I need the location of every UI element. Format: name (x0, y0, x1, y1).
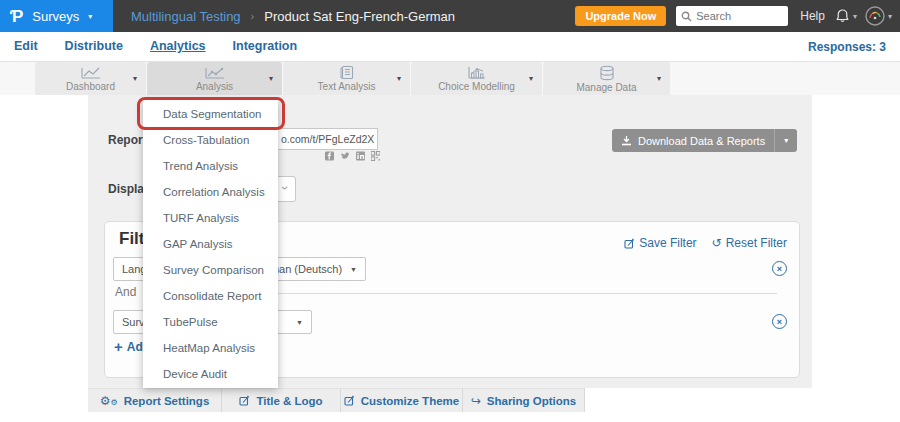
nav-item-edit[interactable]: Edit (14, 39, 38, 54)
toolbar-tab-label: Manage Data (576, 82, 636, 93)
report-url-input[interactable] (277, 128, 378, 150)
breadcrumb-survey-title: Product Sat Eng-French-German (264, 9, 455, 24)
tab-sharing-options[interactable]: ↪ Sharing Options (463, 388, 585, 412)
menu-item-turf-analysis[interactable]: TURF Analysis (143, 205, 278, 231)
toolbar-tab-dashboard[interactable]: Dashboard ▾ (35, 62, 147, 95)
reset-filter-button[interactable]: ↺ Reset Filter (712, 236, 787, 250)
bell-icon (835, 8, 850, 24)
nav-item-analytics[interactable]: Analytics (150, 39, 206, 54)
toolbar-tab-manage-data[interactable]: Manage Data ▾ (543, 62, 671, 95)
menu-item-heatmap-analysis[interactable]: HeatMap Analysis (143, 335, 278, 361)
breadcrumb-separator-icon: › (251, 10, 255, 22)
plus-icon: + (114, 339, 123, 354)
toolbar-tab-label: Text Analysis (318, 81, 376, 92)
survey-nav: Edit Distribute Analytics Integration Re… (0, 32, 900, 62)
toolbar-tab-label: Choice Modelling (438, 81, 515, 92)
avatar (865, 6, 885, 26)
chevron-down-icon[interactable]: ▾ (657, 74, 661, 83)
chevron-down-icon: ▾ (853, 12, 857, 21)
menu-item-data-segmentation[interactable]: Data Segmentation (143, 101, 278, 127)
tab-label: Sharing Options (487, 395, 576, 407)
tab-label: Report Settings (124, 395, 210, 407)
database-icon (598, 65, 616, 81)
save-filter-label: Save Filter (639, 236, 696, 250)
toolbar-tab-label: Analysis (196, 81, 233, 92)
twitter-icon[interactable] (340, 151, 350, 161)
nav-item-distribute[interactable]: Distribute (65, 39, 123, 54)
analysis-dropdown-menu: Data Segmentation Cross-Tabulation Trend… (143, 100, 278, 388)
report-url-label: Report (108, 133, 147, 147)
reset-icon: ↺ (712, 236, 722, 250)
app-window: Ƥ Surveys ▾ Multilingual Testing › Produ… (0, 0, 900, 422)
filter-conjunction: And (115, 285, 136, 299)
menu-item-trend-analysis[interactable]: Trend Analysis (143, 153, 278, 179)
nav-item-integration[interactable]: Integration (233, 39, 298, 54)
tab-customize-theme[interactable]: Customize Theme (341, 388, 463, 412)
line-chart-icon (79, 66, 103, 80)
chevron-down-icon[interactable]: ▾ (133, 74, 137, 83)
save-filter-button[interactable]: Save Filter (624, 236, 696, 250)
gears-icon: ⚙⚙ (100, 394, 118, 408)
tab-label: Title & Logo (256, 395, 322, 407)
linkedin-icon[interactable] (356, 151, 365, 161)
reset-filter-label: Reset Filter (726, 236, 787, 250)
tab-label: Customize Theme (361, 395, 459, 407)
upgrade-now-button[interactable]: Upgrade Now (575, 6, 666, 26)
chevron-down-icon[interactable]: ▾ (269, 74, 273, 83)
download-data-reports-button[interactable]: Download Data & Reports ▾ (612, 129, 797, 152)
toolbar-tab-analysis[interactable]: Analysis ▾ (147, 62, 283, 95)
facebook-icon[interactable] (325, 151, 334, 161)
breadcrumb: Multilingual Testing › Product Sat Eng-F… (131, 9, 455, 24)
chevron-down-icon: ▾ (888, 12, 892, 21)
report-footer-tabs: ⚙⚙ Report Settings Title & Logo Customiz… (88, 388, 585, 412)
chevron-down-icon[interactable]: ▾ (529, 74, 533, 83)
menu-item-tubepulse[interactable]: TubePulse (143, 309, 278, 335)
responses-count[interactable]: Responses: 3 (808, 40, 886, 54)
remove-filter-button[interactable]: × (772, 261, 787, 276)
toolbar-tab-label: Dashboard (66, 81, 115, 92)
document-icon (339, 65, 355, 80)
tab-title-logo[interactable]: Title & Logo (222, 388, 341, 412)
edit-icon (344, 395, 355, 406)
breadcrumb-folder[interactable]: Multilingual Testing (131, 9, 241, 24)
account-menu[interactable]: ▾ (865, 6, 892, 26)
chevron-down-icon: ▼ (296, 319, 303, 326)
qr-code-icon[interactable] (371, 151, 380, 161)
edit-icon (239, 395, 250, 406)
share-icon: ↪ (471, 394, 481, 408)
product-switcher[interactable]: Ƥ Surveys ▾ (0, 0, 113, 32)
notifications-menu[interactable]: ▾ (835, 8, 857, 24)
search-input[interactable] (696, 10, 776, 22)
menu-item-device-audit[interactable]: Device Audit (143, 361, 278, 387)
toolbar-tab-text-analysis[interactable]: Text Analysis ▾ (283, 62, 411, 95)
menu-item-survey-comparison[interactable]: Survey Comparison (143, 257, 278, 283)
top-bar: Ƥ Surveys ▾ Multilingual Testing › Produ… (0, 0, 900, 32)
menu-item-gap-analysis[interactable]: GAP Analysis (143, 231, 278, 257)
chevron-down-icon: › (278, 186, 292, 190)
chevron-down-icon: ▼ (350, 266, 357, 273)
analytics-toolbar: Dashboard ▾ Analysis ▾ Text Analysis ▾ C… (0, 62, 900, 95)
chevron-down-icon: ▾ (88, 12, 92, 21)
toolbar-tab-choice-modelling[interactable]: Choice Modelling ▾ (411, 62, 543, 95)
bar-line-chart-icon (465, 65, 489, 80)
chevron-down-icon[interactable]: ▾ (397, 74, 401, 83)
menu-item-correlation-analysis[interactable]: Correlation Analysis (143, 179, 278, 205)
search-icon (681, 11, 692, 22)
help-link[interactable]: Help (800, 9, 825, 23)
share-icons (325, 151, 380, 161)
menu-item-consolidate-report[interactable]: Consolidate Report (143, 283, 278, 309)
remove-filter-button[interactable]: × (772, 314, 787, 329)
download-button-label: Download Data & Reports (638, 135, 765, 147)
download-options-toggle[interactable]: ▾ (774, 129, 797, 152)
download-icon (621, 135, 632, 146)
scatter-line-chart-icon (203, 66, 227, 80)
edit-icon (624, 238, 635, 249)
menu-item-cross-tabulation[interactable]: Cross-Tabulation (143, 127, 278, 153)
search-box[interactable] (676, 6, 788, 26)
questionpro-logo-icon: Ƥ (10, 8, 23, 25)
product-name: Surveys (32, 9, 79, 24)
tab-report-settings[interactable]: ⚙⚙ Report Settings (88, 388, 222, 412)
